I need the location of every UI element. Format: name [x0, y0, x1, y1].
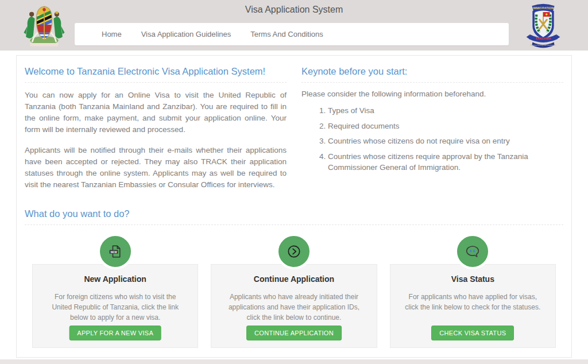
continue-application-card: Continue Application Applicants who have… [211, 264, 377, 348]
continue-application-title: Continue Application [223, 274, 365, 284]
visa-status-icon-circle [455, 234, 490, 269]
divider [25, 224, 563, 225]
immigration-emblem-icon: IMMIGRATION TANZANIA Migration Security … [520, 1, 566, 51]
keynote-item-no-visa-countries: Countries whose citizens do not require … [328, 135, 563, 147]
welcome-section: Welcome to Tanzania Electronic Visa Appl… [25, 58, 287, 200]
continue-application-button[interactable]: CONTINUE APPLICATION [246, 326, 342, 340]
tanzania-coat-of-arms-logo [21, 2, 68, 51]
new-application-card: NEW New Application For foreign citizens… [32, 264, 198, 348]
apply-new-visa-button[interactable]: APPLY FOR A NEW VISA [69, 326, 161, 340]
divider [25, 82, 287, 83]
visa-status-card: Visa Status For applicants who have appl… [390, 264, 556, 348]
actions-heading: What do you want to do? [25, 208, 563, 219]
welcome-heading: Welcome to Tanzania Electronic Visa Appl… [25, 66, 287, 77]
new-file-icon: NEW [104, 240, 127, 263]
new-application-icon-circle: NEW [98, 234, 133, 269]
visa-status-title: Visa Status [402, 274, 544, 284]
keynote-list: Types of Visa Required documents Countri… [301, 105, 563, 173]
action-cards-row: NEW New Application For foreign citizens… [32, 264, 556, 348]
nav-item-home[interactable]: Home [92, 23, 131, 45]
new-application-title: New Application [44, 274, 186, 284]
new-application-description: For foreign citizens who wish to visit t… [44, 292, 186, 323]
motto-banner-text: Migration Security and Development [530, 44, 556, 47]
chat-quote-icon [461, 240, 484, 263]
main-navbar: Home Visa Application Guidelines Terms A… [75, 23, 509, 45]
divider [301, 82, 563, 83]
tanzania-banner-text: TANZANIA [536, 37, 551, 40]
keynote-heading: Keynote before you start: [301, 66, 563, 77]
check-visa-status-button[interactable]: CHECK VISA STATUS [431, 326, 514, 340]
immigration-tanzania-logo: IMMIGRATION TANZANIA Migration Security … [520, 1, 566, 53]
continue-application-icon-circle [276, 234, 312, 269]
arrow-circle-right-icon [283, 240, 305, 263]
nav-item-terms-and-conditions[interactable]: Terms And Conditions [241, 23, 332, 45]
continue-application-description: Applicants who have already initiated th… [223, 292, 365, 323]
nav-item-visa-application-guidelines[interactable]: Visa Application Guidelines [131, 23, 241, 45]
new-badge-text: NEW [110, 250, 117, 253]
header: Visa Application System Home Visa Applic… [0, 0, 588, 51]
keynote-item-required-documents: Required documents [328, 121, 563, 132]
keynote-intro: Please consider the following informatio… [301, 90, 563, 98]
keynote-section: Keynote before you start: Please conside… [301, 58, 563, 200]
visa-status-description: For applicants who have applied for visa… [402, 292, 544, 312]
keynote-item-types-of-visa: Types of Visa [328, 105, 563, 117]
coat-of-arms-icon [21, 2, 68, 48]
welcome-paragraph-2: Applicants will be notified through thei… [25, 145, 287, 190]
welcome-paragraph-1: You can now apply for an Online Visa to … [25, 90, 287, 135]
main-content-card: Welcome to Tanzania Electronic Visa Appl… [16, 55, 572, 358]
keynote-item-approval-countries: Countries whose citizens require approva… [328, 151, 563, 173]
page-title: Visa Application System [0, 0, 588, 15]
